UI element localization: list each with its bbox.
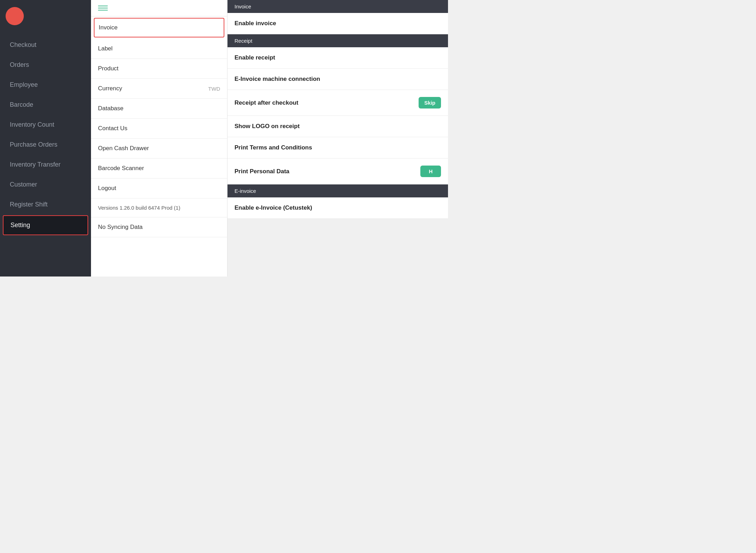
setting-label-show-logo: Show LOGO on receipt	[234, 123, 300, 130]
sidebar-item-orders[interactable]: Orders	[3, 56, 88, 74]
setting-label-receipt-after-checkout: Receipt after checkout	[234, 99, 298, 106]
right-panel: InvoiceEnable invoiceReceiptEnable recei…	[227, 0, 448, 276]
right-panel-bottom	[227, 219, 448, 276]
currency-badge: TWD	[208, 86, 220, 92]
sidebar-item-checkout[interactable]: Checkout	[3, 36, 88, 54]
menu-item-label-barcode-scanner: Barcode Scanner	[98, 165, 144, 172]
setting-row-e-invoice-machine: E-Invoice machine connection	[227, 69, 448, 90]
toggle-btn-receipt-after-checkout[interactable]: Skip	[419, 97, 441, 108]
setting-row-show-logo: Show LOGO on receipt	[227, 116, 448, 137]
menu-item-contact-us[interactable]: Contact Us	[91, 119, 227, 139]
section-header-e-invoice-section: E-invoice	[227, 184, 448, 197]
sidebar-item-inventory-count[interactable]: Inventory Count	[3, 115, 88, 134]
middle-panel: InvoiceLabelProductCurrencyTWDDatabaseCo…	[91, 0, 227, 276]
sidebar-item-employee[interactable]: Employee	[3, 76, 88, 94]
setting-label-print-terms: Print Terms and Conditions	[234, 144, 312, 151]
version-info: Versions 1.26.0 build 6474 Prod (1)	[91, 198, 227, 217]
menu-item-label-currency: Currency	[98, 85, 122, 92]
setting-label-enable-receipt: Enable receipt	[234, 54, 275, 61]
sidebar: CheckoutOrdersEmployeeBarcodeInventory C…	[0, 0, 91, 276]
section-header-invoice-section: Invoice	[227, 0, 448, 13]
menu-item-label-product: Product	[98, 65, 119, 72]
menu-item-label-database: Database	[98, 105, 124, 112]
menu-item-label-label: Label	[98, 45, 113, 52]
avatar	[6, 7, 24, 25]
menu-item-label-open-cash-drawer: Open Cash Drawer	[98, 145, 149, 152]
menu-item-open-cash-drawer[interactable]: Open Cash Drawer	[91, 139, 227, 159]
middle-top-bar	[91, 0, 227, 16]
menu-item-product[interactable]: Product	[91, 59, 227, 79]
menu-item-invoice[interactable]: Invoice	[94, 18, 224, 37]
sidebar-nav: CheckoutOrdersEmployeeBarcodeInventory C…	[0, 32, 91, 276]
setting-label-enable-e-invoice: Enable e-Invoice (Cetustek)	[234, 204, 312, 211]
no-syncing-data: No Syncing Data	[91, 217, 227, 237]
setting-row-receipt-after-checkout: Receipt after checkoutSkip	[227, 90, 448, 116]
menu-item-database[interactable]: Database	[91, 99, 227, 119]
setting-row-print-personal-data: Print Personal DataH	[227, 159, 448, 184]
sidebar-item-register-shift[interactable]: Register Shift	[3, 195, 88, 214]
setting-row-enable-receipt: Enable receipt	[227, 47, 448, 69]
menu-item-barcode-scanner[interactable]: Barcode Scanner	[91, 159, 227, 178]
hamburger-icon[interactable]	[98, 6, 108, 10]
menu-item-logout[interactable]: Logout	[91, 178, 227, 198]
setting-label-print-personal-data: Print Personal Data	[234, 168, 289, 175]
setting-row-enable-invoice: Enable invoice	[227, 13, 448, 34]
setting-row-print-terms: Print Terms and Conditions	[227, 137, 448, 159]
menu-item-label[interactable]: Label	[91, 39, 227, 59]
sidebar-item-purchase-orders[interactable]: Purchase Orders	[3, 135, 88, 154]
menu-item-label-contact-us: Contact Us	[98, 125, 127, 132]
setting-label-e-invoice-machine: E-Invoice machine connection	[234, 76, 320, 83]
menu-item-currency[interactable]: CurrencyTWD	[91, 79, 227, 99]
setting-label-enable-invoice: Enable invoice	[234, 20, 276, 27]
sidebar-item-setting[interactable]: Setting	[3, 215, 88, 235]
sidebar-item-barcode[interactable]: Barcode	[3, 96, 88, 114]
menu-item-label-logout: Logout	[98, 185, 116, 192]
menu-item-label-invoice: Invoice	[99, 24, 118, 31]
toggle-btn-print-personal-data[interactable]: H	[420, 166, 441, 177]
sidebar-header	[0, 0, 91, 32]
section-header-receipt-section: Receipt	[227, 34, 448, 47]
setting-row-enable-e-invoice: Enable e-Invoice (Cetustek)	[227, 197, 448, 219]
sidebar-item-inventory-transfer[interactable]: Inventory Transfer	[3, 155, 88, 174]
sidebar-item-customer[interactable]: Customer	[3, 175, 88, 194]
